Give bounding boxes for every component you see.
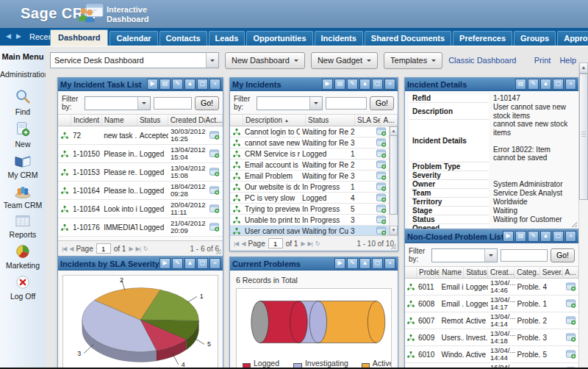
tab-shared-documents[interactable]: Shared Documents: [365, 31, 451, 46]
play-button[interactable]: ▶: [322, 79, 333, 90]
collapse-button[interactable]: ▲: [184, 79, 196, 90]
new-communication-icon[interactable]: [207, 204, 223, 213]
close-button[interactable]: ×: [565, 231, 576, 242]
close-button[interactable]: ×: [565, 79, 576, 90]
table-row[interactable]: 6010Windo...Active13/04/... 14:44Proble.…: [405, 346, 578, 363]
nav-back-icon[interactable]: ◀: [6, 32, 11, 40]
play-button[interactable]: ▶: [159, 258, 171, 269]
summary-button[interactable]: ▤: [515, 79, 526, 90]
table-row[interactable]: 1-10164Please lo...Logged18/04/2012 09:2…: [58, 182, 223, 200]
table-row[interactable]: User cannot save ne...Waiting for Cust..…: [230, 226, 390, 235]
close-button[interactable]: ×: [384, 79, 395, 90]
new-communication-icon[interactable]: [564, 299, 578, 308]
close-button[interactable]: ×: [384, 258, 395, 269]
filter-input[interactable]: [154, 97, 192, 110]
page-input[interactable]: [96, 243, 111, 254]
summary-button[interactable]: ▤: [334, 79, 345, 90]
filter-input[interactable]: [326, 97, 367, 110]
table-row[interactable]: 1-10150Please in...Logged13/04/2012 15:0…: [58, 145, 223, 163]
page-input[interactable]: [268, 238, 283, 248]
dashboard-select[interactable]: Service Desk Dashboard: [50, 52, 219, 68]
new-gadget-button[interactable]: New Gadget: [311, 52, 378, 69]
scroll-down-icon[interactable]: ▼: [390, 226, 398, 235]
table-row[interactable]: 6011Email i...Logged13/04/... 14:46Probl…: [405, 279, 578, 295]
tab-approvals[interactable]: Approvals: [557, 31, 588, 46]
last-page-icon[interactable]: ▶|: [136, 246, 140, 252]
table-row[interactable]: 6007Remot...Active13/04/... 14:14Proble.…: [405, 312, 578, 329]
next-page-icon[interactable]: ▶: [129, 246, 132, 252]
prev-page-icon[interactable]: ◀: [69, 246, 73, 252]
new-communication-icon[interactable]: [564, 333, 578, 342]
new-communication-icon[interactable]: [207, 186, 223, 195]
maximize-button[interactable]: ▢: [197, 79, 208, 90]
new-communication-icon[interactable]: [373, 204, 390, 213]
edit-button[interactable]: ✎: [347, 79, 358, 90]
filter-select[interactable]: [431, 248, 498, 262]
table-row[interactable]: Cannot login to CRMWaiting for Res...2: [230, 126, 390, 137]
sidebar-item-marketing[interactable]: Marketing: [0, 241, 46, 272]
scrollbar-thumb[interactable]: [390, 135, 398, 215]
close-button[interactable]: ×: [209, 79, 220, 90]
page-scrollbar[interactable]: ▲: [578, 62, 588, 369]
scroll-up-icon[interactable]: ▲: [579, 62, 588, 74]
edit-button[interactable]: ✎: [528, 231, 539, 242]
table-row[interactable]: PC is very slowLogged4: [230, 193, 390, 204]
summary-button[interactable]: ▤: [515, 231, 526, 242]
table-row[interactable]: 1-10164Look into itLogged20/04/2012 11:1…: [58, 200, 223, 218]
table-row[interactable]: Trying to preview wi...In Progress5: [230, 204, 390, 215]
nav-forward-icon[interactable]: ▶: [16, 32, 21, 40]
last-page-icon[interactable]: ▶|: [308, 240, 312, 247]
table-row[interactable]: Our website is downIn Progress1: [230, 182, 390, 193]
classic-dashboard-link[interactable]: Classic Dashboard: [448, 56, 516, 65]
sidebar-item-find[interactable]: Find: [0, 86, 46, 118]
collapse-button[interactable]: ▲: [184, 258, 196, 269]
maximize-button[interactable]: ▢: [372, 258, 383, 269]
prev-page-icon[interactable]: ◀: [241, 240, 245, 247]
table-row[interactable]: 6008Email ...Logged13/04/... 14:17Proble…: [405, 295, 578, 312]
table-row[interactable]: 1-10153Please re...Logged13/04/2012 15:0…: [58, 163, 223, 182]
new-communication-icon[interactable]: [207, 168, 223, 176]
sidebar-item-team-crm[interactable]: Team CRM: [0, 182, 46, 212]
edit-button[interactable]: ✎: [347, 258, 358, 269]
tab-incidents[interactable]: Incidents: [315, 31, 363, 46]
sidebar-item-administration[interactable]: Administration: [0, 70, 46, 79]
refresh-page-icon[interactable]: ↻: [143, 246, 148, 252]
table-row[interactable]: 6009Users...Invest...13/04/... 14:18Prob…: [405, 329, 578, 346]
tab-opportunities[interactable]: Opportunities: [246, 31, 312, 46]
edit-button[interactable]: ✎: [172, 258, 183, 269]
new-communication-icon[interactable]: [564, 316, 578, 325]
sidebar-item-my-crm[interactable]: My CRM: [0, 151, 46, 182]
new-communication-icon[interactable]: [564, 350, 578, 359]
next-page-icon[interactable]: ▶: [301, 240, 304, 247]
new-communication-icon[interactable]: [373, 182, 390, 191]
table-row[interactable]: 1-10176IMMEDIAT...Logged21/04/2012 20:09: [58, 218, 223, 237]
table-row[interactable]: 72new task ...Accepted30/03/2012 16:25: [58, 126, 223, 145]
go-button[interactable]: Go!: [551, 248, 575, 262]
table-scrollbar[interactable]: ▲ ▼: [389, 126, 398, 235]
close-button[interactable]: ×: [209, 258, 220, 269]
go-button[interactable]: Go!: [195, 96, 219, 110]
collapse-button[interactable]: ▲: [540, 231, 551, 242]
maximize-button[interactable]: ▢: [553, 79, 564, 90]
tab-calendar[interactable]: Calendar: [110, 31, 157, 46]
new-communication-icon[interactable]: [207, 149, 223, 158]
new-communication-icon[interactable]: [373, 127, 390, 136]
new-communication-icon[interactable]: [373, 149, 390, 158]
new-communication-icon[interactable]: [373, 160, 390, 169]
table-row[interactable]: Email account is lock...Waiting for Res.…: [230, 160, 390, 171]
new-communication-icon[interactable]: [373, 226, 390, 235]
new-communication-icon[interactable]: [564, 282, 578, 291]
play-button[interactable]: ▶: [334, 258, 345, 269]
maximize-button[interactable]: ▢: [553, 231, 564, 242]
filter-select[interactable]: [257, 96, 323, 110]
maximize-button[interactable]: ▢: [372, 79, 383, 90]
table-row[interactable]: Email ProblemWaiting for Res...3: [230, 171, 390, 182]
tab-leads[interactable]: Leads: [209, 31, 245, 46]
tab-groups[interactable]: Groups: [514, 31, 556, 46]
new-communication-icon[interactable]: [207, 223, 223, 232]
templates-button[interactable]: Templates: [384, 52, 442, 69]
collapse-button[interactable]: ▲: [359, 79, 370, 90]
new-communication-icon[interactable]: [373, 138, 390, 147]
new-communication-icon[interactable]: [207, 131, 223, 140]
tab-contacts[interactable]: Contacts: [159, 31, 207, 46]
